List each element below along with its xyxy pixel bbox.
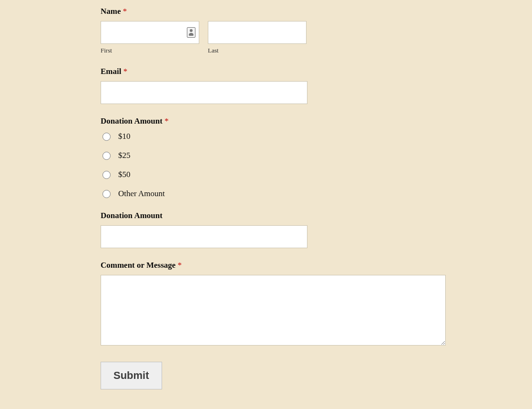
donation-option-50[interactable]: $50 bbox=[101, 170, 446, 179]
donation-amount-radio-field: Donation Amount * $10 $25 $50 Other Amou… bbox=[101, 116, 446, 199]
donation-radio-10[interactable] bbox=[102, 133, 111, 141]
name-row: First Last bbox=[101, 21, 446, 54]
donation-option-10[interactable]: $10 bbox=[101, 132, 446, 141]
comment-field: Comment or Message * bbox=[101, 261, 446, 347]
donation-amount-label: Donation Amount bbox=[101, 211, 446, 220]
last-sublabel: Last bbox=[208, 47, 307, 54]
email-field: Email * bbox=[101, 67, 446, 104]
required-marker: * bbox=[123, 67, 128, 76]
first-sublabel: First bbox=[101, 47, 199, 54]
required-marker: * bbox=[164, 116, 169, 126]
donation-radio-list: $10 $25 $50 Other Amount bbox=[101, 132, 446, 199]
donation-radio-25[interactable] bbox=[102, 152, 111, 160]
required-marker: * bbox=[178, 261, 182, 270]
first-name-wrap bbox=[101, 21, 199, 44]
donation-radio-10-label: $10 bbox=[118, 132, 131, 141]
name-label-text: Name bbox=[101, 7, 121, 16]
email-input[interactable] bbox=[101, 81, 307, 104]
comment-label: Comment or Message * bbox=[101, 261, 446, 270]
donation-radio-other-label: Other Amount bbox=[118, 189, 165, 199]
comment-textarea[interactable] bbox=[101, 275, 446, 346]
email-label-text: Email bbox=[101, 67, 121, 76]
donation-radio-other[interactable] bbox=[102, 190, 111, 198]
donation-option-25[interactable]: $25 bbox=[101, 151, 446, 160]
last-name-input[interactable] bbox=[208, 21, 307, 44]
first-name-input[interactable] bbox=[101, 21, 199, 44]
last-name-col: Last bbox=[208, 21, 307, 54]
donation-radio-50-label: $50 bbox=[118, 170, 131, 179]
donation-radio-50[interactable] bbox=[102, 171, 111, 179]
name-field: Name * First Last bbox=[101, 7, 446, 54]
donation-amount-input[interactable] bbox=[101, 225, 307, 248]
donation-amount-input-field: Donation Amount bbox=[101, 211, 446, 248]
donation-radio-label: Donation Amount * bbox=[101, 116, 446, 126]
first-name-col: First bbox=[101, 21, 199, 54]
donation-amount-label-text: Donation Amount bbox=[101, 211, 163, 220]
donation-radio-25-label: $25 bbox=[118, 151, 131, 160]
submit-button[interactable]: Submit bbox=[101, 362, 162, 389]
donation-radio-label-text: Donation Amount bbox=[101, 116, 163, 126]
donation-form: Name * First Last Email * Do bbox=[101, 7, 446, 389]
name-label: Name * bbox=[101, 7, 446, 16]
required-marker: * bbox=[123, 7, 127, 16]
email-label: Email * bbox=[101, 67, 446, 76]
comment-label-text: Comment or Message bbox=[101, 261, 175, 270]
donation-option-other[interactable]: Other Amount bbox=[101, 189, 446, 199]
